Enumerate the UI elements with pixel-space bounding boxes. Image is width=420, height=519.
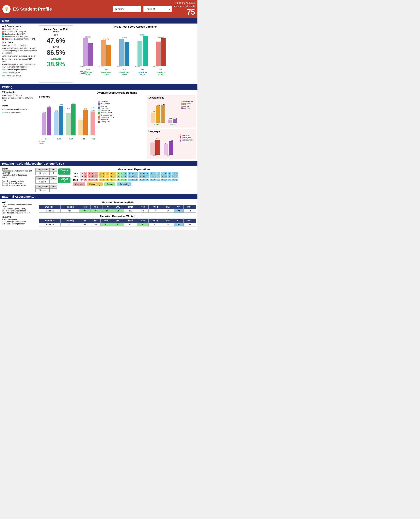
ctc-example: ( example: A to C is three levels grown) (2, 174, 33, 178)
ctc-row-2: CTC_Status2 CTC2 Secure K Growth1 (35, 176, 70, 184)
svg-text:0.69: 0.69 (173, 117, 177, 119)
ctc-table-2: CTC_Status2 CTC2 Secure K (35, 176, 57, 184)
svg-text:Growth.MD: Growth.MD (101, 71, 111, 73)
fall-title: AimsWeb Percentile (Fall) (39, 201, 196, 204)
language-title: Language (149, 130, 195, 133)
math-growth-green: Green = 0-50% growth (2, 72, 37, 74)
ctc-growth-1: Growth1 (58, 169, 70, 175)
teacher-dropdown-wrap[interactable]: Teacher (112, 6, 141, 12)
ctc-row-1: CTC_Status1 CTC1 Secure K Growth1 (35, 168, 70, 175)
winter-table: Student ▼ Reading ORF RC %ile VOC Math %… (39, 218, 196, 226)
svg-text:Average: Average (39, 140, 45, 142)
legend-secure: Secure (104, 182, 116, 186)
svg-text:1.79: 1.79 (152, 111, 155, 113)
avg-box-title: Average Score for Math Units (42, 28, 69, 33)
legend-progressing: Progressing (87, 182, 103, 186)
writing-section: Writing Guide Scores range from 1 to 4.S… (0, 90, 197, 161)
writing-growth-red: Red = Zero or Negative growth (2, 108, 37, 111)
svg-rect-11 (125, 42, 129, 66)
svg-text:Growth.NF: Growth.NF (138, 71, 147, 73)
svg-rect-15 (143, 36, 148, 66)
svg-text:1.99: 1.99 (55, 110, 58, 112)
svg-rect-83 (169, 141, 173, 155)
math-guide-line2: Score are average across Units 1-10 (not… (2, 47, 37, 54)
dev-lang-charts: Development 1.79 2.43 2.35 (147, 95, 196, 159)
svg-text:0.39: 0.39 (91, 138, 95, 140)
svg-text:2.35: 2.35 (161, 103, 165, 105)
svg-text:0.83: 0.83 (57, 138, 61, 140)
svg-rect-1 (83, 38, 88, 66)
svg-text:94.69%: 94.69% (140, 34, 145, 36)
svg-rect-7 (106, 45, 111, 66)
ctc-legend: Growth The number of levels grown from C… (2, 168, 33, 192)
grade-row-2: CTC 20AABCDEFGHIJKLMNOPQRSTUVWXYZ (73, 175, 196, 178)
count-label: Currently selectednumber of students (174, 2, 195, 8)
svg-rect-3 (88, 43, 93, 66)
ctc-row-3: CTC_Status3 CTC3 Secure L (35, 185, 70, 192)
ext-legend: MATH NCFT= Number Comparison Fluency-Tri… (2, 201, 37, 228)
legend-concern: Concern (73, 182, 85, 186)
svg-text:1.83: 1.83 (91, 109, 95, 111)
structure-chart: Structure 2.07 2.71 1.99 2.82 (39, 95, 146, 159)
math-chart-area: Pre & Post Score Across Domains 89.57% 4… (75, 25, 196, 83)
fall-table: Student ▼ Reading %ile ORF RC VOC Math %… (39, 205, 196, 213)
development-title: Development (149, 96, 195, 99)
math-legend-item: Numbers and Fractions (NF) (2, 35, 37, 38)
math-section: Math Domain Legend Geometry (Geo)Measure… (0, 23, 197, 84)
writing-guide-text: Scores range from 1 to 4.Scores are aver… (2, 94, 37, 102)
ctc-table-3: CTC_Status3 CTC3 Secure L (35, 185, 57, 192)
ctc-table-1: CTC_Status1 CTC1 Secure K (35, 168, 57, 175)
svg-text:54.3%: 54.3% (140, 74, 145, 76)
grade-level-area: Grade Level Expectations CTC 10AABCDEFGH… (73, 168, 196, 192)
svg-text:growth: growth (39, 142, 44, 144)
development-legend: Elaboration pre Elaboration POST Craft p… (181, 101, 195, 109)
svg-text:2.57: 2.57 (156, 138, 159, 140)
svg-text:NF: NF (141, 68, 144, 70)
language-chart: Language 2.19 2.57 1.7 (147, 129, 196, 159)
svg-rect-42 (54, 112, 59, 135)
svg-text:43.31%: 43.31% (99, 66, 104, 67)
ctc-red: Red = 0 or negative growth (2, 180, 33, 182)
student-dropdown[interactable]: Student (143, 6, 172, 12)
svg-text:Geo: Geo (86, 68, 90, 70)
svg-rect-50 (78, 120, 83, 135)
svg-rect-64 (151, 113, 155, 123)
svg-text:2.22: 2.22 (91, 107, 95, 108)
svg-text:84.46%: 84.46% (103, 38, 109, 40)
math-guide-title: Math Guide (2, 42, 37, 44)
math-guide: Math Guide Scores are percentage correct… (2, 42, 37, 77)
svg-text:2.71: 2.71 (48, 106, 51, 108)
svg-rect-77 (150, 142, 155, 155)
structure-legend: Overall pre Overall POST Lead pre Lead P… (98, 101, 114, 123)
app-title: ES Student Profile (13, 7, 110, 12)
svg-text:0.64: 0.64 (169, 118, 172, 120)
language-legend: Spelling pre Spelling POST Punctuation p… (180, 134, 193, 141)
svg-text:...: ... (156, 125, 157, 126)
svg-rect-40 (47, 108, 51, 135)
svg-text:2.82: 2.82 (60, 104, 63, 106)
svg-rect-68 (161, 105, 165, 123)
svg-rect-70 (168, 120, 172, 123)
svg-text:NBT: NBT (122, 68, 126, 70)
svg-rect-48 (71, 104, 75, 135)
legend-exceeding: Exceeding (117, 182, 131, 186)
teacher-dropdown[interactable]: Teacher (112, 6, 141, 12)
svg-text:0.38: 0.38 (153, 155, 156, 157)
student-dropdown-wrap[interactable]: Student (143, 6, 172, 12)
svg-rect-46 (66, 113, 71, 135)
grade-level-title: Grade Level Expectations (73, 168, 196, 171)
svg-text:2.19: 2.19 (151, 141, 155, 142)
svg-rect-5 (101, 40, 106, 66)
svg-text:49.68%: 49.68% (80, 66, 85, 67)
svg-text:1.7: 1.7 (165, 142, 167, 144)
math-growth-blue: Blue = Over 50% growth (2, 75, 37, 77)
ctc-section: Growth The number of levels grown from C… (0, 166, 197, 194)
ext-section: MATH NCFT= Number Comparison Fluency-Tri… (0, 199, 197, 230)
svg-rect-9 (119, 39, 124, 66)
ctc-growth-title: Growth (2, 168, 33, 170)
count-value: 75 (174, 8, 195, 16)
math-legend-item: Measurement & Data (MD) (2, 31, 37, 33)
post-label: POST (42, 46, 69, 49)
svg-text:86.96%: 86.96% (158, 37, 163, 38)
ctc-growth-2: Growth1 (58, 177, 70, 183)
